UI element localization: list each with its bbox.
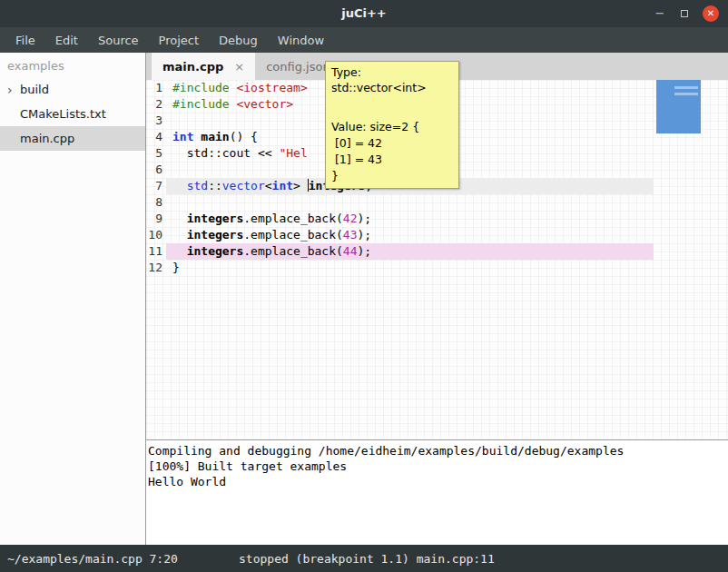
code-segment xyxy=(172,212,187,225)
status-debug-state: stopped (breakpoint 1.1) main.cpp:11 xyxy=(239,552,495,566)
code-segment: 42 xyxy=(343,212,358,225)
menu-project[interactable]: Project xyxy=(149,29,209,52)
code-segment: ); xyxy=(358,228,372,242)
code-segment: #include xyxy=(172,81,230,94)
scroll-overview[interactable] xyxy=(656,80,701,133)
tooltip-value-line: Value: size=2 { xyxy=(331,119,453,135)
code-segment: integers xyxy=(187,244,244,258)
code-text: } xyxy=(166,260,654,276)
line-number[interactable]: 4 xyxy=(146,129,166,145)
code-segment: :: xyxy=(208,179,222,192)
line-number[interactable]: 1 xyxy=(146,80,166,96)
tree-item-CMakeLists.txt[interactable]: CMakeLists.txt xyxy=(0,102,145,126)
code-segment: <vector> xyxy=(236,97,293,111)
expander-icon[interactable]: › xyxy=(7,84,20,96)
tree-item-main.cpp[interactable]: main.cpp xyxy=(0,126,145,151)
tree-item-build[interactable]: ›build xyxy=(0,77,145,102)
minimize-icon[interactable]: − xyxy=(654,7,666,20)
line-number[interactable]: 12 xyxy=(146,260,166,276)
code-text: integers.emplace_back(42); xyxy=(166,211,654,227)
code-segment: .emplace_back( xyxy=(243,244,343,258)
tab-close-icon[interactable]: × xyxy=(234,60,244,74)
code-segment: integers xyxy=(187,212,244,225)
tab-label: config.json xyxy=(266,60,330,74)
window-title: juCi++ xyxy=(0,0,728,27)
line-number[interactable]: 8 xyxy=(146,194,166,211)
code-line-12: 12} xyxy=(146,260,654,276)
code-segment: main xyxy=(201,130,229,143)
menu-debug[interactable]: Debug xyxy=(209,29,268,52)
code-segment: <iostream> xyxy=(236,81,307,94)
menu-window[interactable]: Window xyxy=(268,29,334,52)
code-segment: 44 xyxy=(343,244,358,258)
line-number[interactable]: 10 xyxy=(146,227,166,243)
tab-main.cpp[interactable]: main.cpp× xyxy=(152,53,255,80)
line-number[interactable]: 9 xyxy=(146,211,166,227)
code-segment: std xyxy=(187,179,208,192)
terminal-line: Compiling and debugging /home/eidheim/ex… xyxy=(148,443,728,459)
tab-label: main.cpp xyxy=(162,60,223,74)
code-segment xyxy=(172,179,187,192)
code-segment: .emplace_back( xyxy=(243,212,343,225)
close-icon[interactable]: ✕ xyxy=(703,5,719,22)
line-number[interactable]: 6 xyxy=(146,162,166,178)
tooltip-value-line: [0] = 42 xyxy=(331,135,453,152)
code-segment: () { xyxy=(230,130,258,143)
tooltip-value-line: } xyxy=(331,168,453,184)
menu-source[interactable]: Source xyxy=(88,29,149,52)
tree-item-label: build xyxy=(20,83,49,96)
code-segment: .emplace_back( xyxy=(243,228,343,242)
overview-mark xyxy=(674,86,698,89)
tree-item-label: CMakeLists.txt xyxy=(20,107,106,121)
line-number[interactable]: 11 xyxy=(146,243,166,260)
line-number[interactable]: 5 xyxy=(146,145,166,162)
file-tree: ›buildCMakeLists.txtmain.cpp xyxy=(0,77,145,151)
code-line-11: 11 integers.emplace_back(44); xyxy=(146,243,654,260)
line-number[interactable]: 2 xyxy=(146,96,166,113)
code-segment: ); xyxy=(358,244,372,258)
line-number[interactable]: 7 xyxy=(146,178,166,194)
status-file-position: ~/examples/main.cpp 7:20 xyxy=(7,552,239,566)
tooltip-value: Value: size=2 { [0] = 42 [1] = 43} xyxy=(331,119,453,184)
debug-tooltip: Type: std::vector<int> Value: size=2 { [… xyxy=(325,61,459,189)
code-segment xyxy=(172,228,187,242)
code-segment xyxy=(172,244,187,258)
code-segment: std::cout << xyxy=(172,146,279,160)
code-segment: #include xyxy=(172,97,230,111)
code-text xyxy=(166,194,654,211)
tooltip-value-line: [1] = 43 xyxy=(331,152,453,168)
code-segment: integers xyxy=(187,228,244,242)
code-text: integers.emplace_back(43); xyxy=(166,227,654,243)
maximize-icon[interactable] xyxy=(678,7,691,20)
code-segment: ); xyxy=(358,212,372,225)
menubar: FileEditSourceProjectDebugWindow xyxy=(0,27,728,53)
menu-file[interactable]: File xyxy=(5,29,45,52)
code-segment: int xyxy=(272,179,293,192)
titlebar: juCi++ − ✕ xyxy=(0,0,728,27)
sidebar: examples ›buildCMakeLists.txtmain.cpp xyxy=(0,53,146,545)
jucipp-window: juCi++ − ✕ FileEditSourceProjectDebugWin… xyxy=(0,0,728,572)
menu-edit[interactable]: Edit xyxy=(45,29,88,52)
code-line-8: 8 xyxy=(146,194,654,211)
terminal-line: Hello World xyxy=(148,474,728,489)
code-segment: vector xyxy=(222,179,265,192)
code-line-10: 10 integers.emplace_back(43); xyxy=(146,227,654,243)
tooltip-type-line: Type: std::vector<int> xyxy=(331,64,453,95)
window-controls: − ✕ xyxy=(654,0,719,27)
maximize-box xyxy=(681,10,688,17)
code-segment: "Hel xyxy=(279,146,307,160)
code-text: integers.emplace_back(44); xyxy=(166,243,654,260)
project-name: examples xyxy=(0,53,145,77)
code-segment: } xyxy=(172,261,180,274)
code-line-9: 9 integers.emplace_back(42); xyxy=(146,211,654,227)
overview-mark xyxy=(674,93,698,95)
terminal-output[interactable]: Compiling and debugging /home/eidheim/ex… xyxy=(146,439,728,545)
terminal-line: [100%] Built target examples xyxy=(148,459,728,474)
line-number[interactable]: 3 xyxy=(146,113,166,129)
tree-item-label: main.cpp xyxy=(20,132,74,145)
code-segment: < xyxy=(265,179,272,192)
code-segment: int xyxy=(172,130,193,143)
statusbar: ~/examples/main.cpp 7:20 stopped (breakp… xyxy=(0,545,728,572)
code-segment: 43 xyxy=(343,228,358,242)
code-segment: > xyxy=(293,179,308,192)
